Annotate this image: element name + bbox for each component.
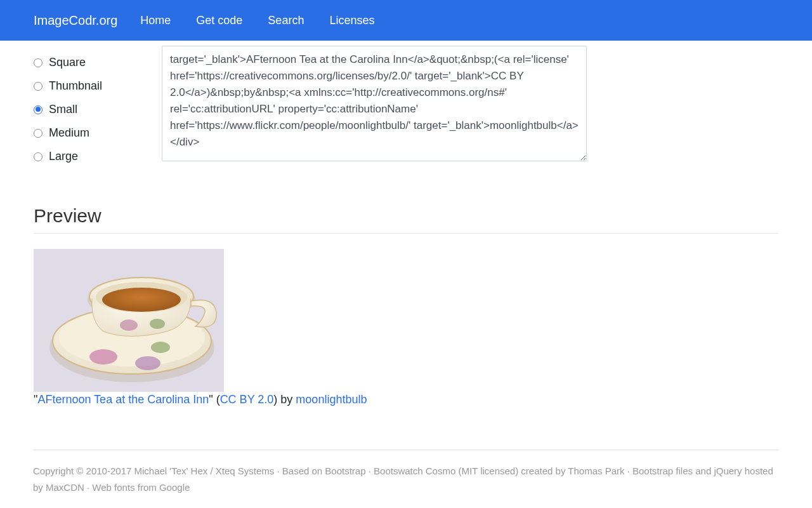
radio-thumbnail[interactable]: Thumbnail <box>34 79 162 93</box>
radio-icon <box>34 152 43 161</box>
navbar-brand[interactable]: ImageCodr.org <box>34 13 117 28</box>
radio-icon <box>34 58 43 67</box>
caption-text: ) by <box>273 393 296 406</box>
radio-medium[interactable]: Medium <box>34 126 162 140</box>
preview-image <box>34 249 224 392</box>
radio-label: Medium <box>49 126 89 140</box>
navbar: ImageCodr.org Home Get code Search Licen… <box>0 0 812 41</box>
nav-link-home[interactable]: Home <box>140 14 171 27</box>
caption-text: " ( <box>209 393 219 406</box>
image-title-link[interactable]: AFternoon Tea at the Carolina Inn <box>37 393 209 406</box>
radio-square[interactable]: Square <box>34 56 162 69</box>
svg-point-12 <box>150 319 165 329</box>
svg-point-5 <box>135 356 160 370</box>
radio-label: Large <box>49 150 78 163</box>
radio-icon <box>34 129 43 138</box>
footer: Copyright © 2010-2017 Michael 'Tex' Hex … <box>33 463 779 496</box>
author-link[interactable]: moonlightbulb <box>296 393 367 406</box>
nav-link-getcode[interactable]: Get code <box>196 14 242 27</box>
nav-link-search[interactable]: Search <box>268 14 304 27</box>
radio-icon <box>34 82 43 91</box>
preview-heading: Preview <box>34 205 778 234</box>
radio-label: Thumbnail <box>49 79 102 93</box>
radio-label: Small <box>49 103 77 116</box>
license-link[interactable]: CC BY 2.0 <box>220 393 274 406</box>
embed-code-textarea[interactable]: target='_blank'>AFternoon Tea at the Car… <box>162 46 587 161</box>
nav-link-licenses[interactable]: Licenses <box>329 14 374 27</box>
svg-point-6 <box>151 342 170 353</box>
svg-point-11 <box>120 319 138 331</box>
size-options: Square Thumbnail Small Medium Large <box>34 41 162 173</box>
radio-icon <box>34 105 43 114</box>
footer-text: Copyright © 2010-2017 Michael 'Tex' Hex … <box>33 465 773 493</box>
svg-point-10 <box>102 288 181 312</box>
svg-point-4 <box>89 349 117 364</box>
radio-large[interactable]: Large <box>34 150 162 163</box>
radio-small[interactable]: Small <box>34 103 162 116</box>
radio-label: Square <box>49 56 86 69</box>
preview-caption: "AFternoon Tea at the Carolina Inn" (CC … <box>34 393 778 406</box>
footer-divider <box>33 450 779 450</box>
